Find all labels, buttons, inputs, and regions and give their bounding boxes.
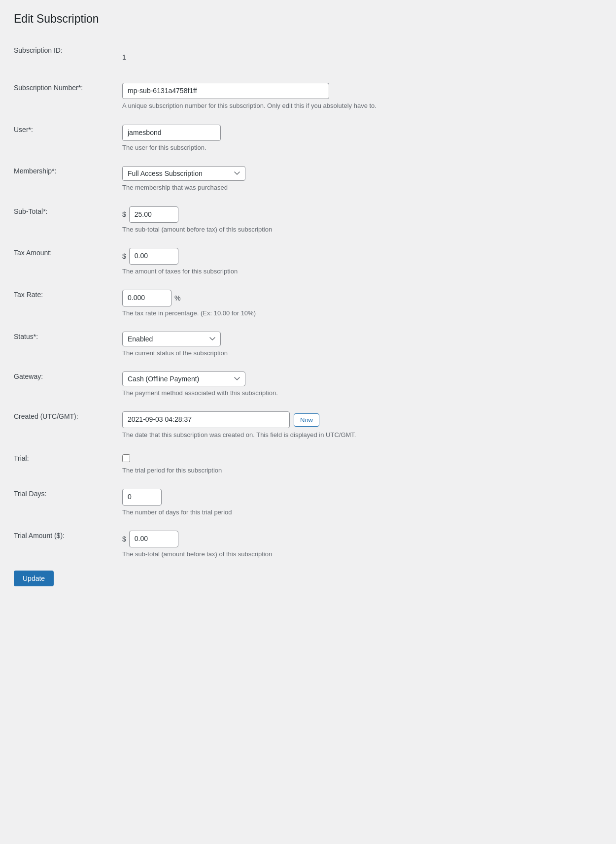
subscription-id-value: 1 (122, 45, 602, 69)
page-title: Edit Subscription (14, 12, 602, 27)
gateway-select[interactable]: Cash (Offline Payment) (122, 371, 245, 386)
trial-amount-row: Trial Amount ($): $ The sub-total (amoun… (14, 524, 602, 566)
tax-amount-input[interactable] (129, 248, 178, 265)
membership-label: Membership*: (14, 167, 56, 175)
trial-checkbox[interactable] (122, 454, 130, 462)
trial-amount-input[interactable] (129, 531, 178, 547)
tax-amount-description: The amount of taxes for this subscriptio… (122, 267, 602, 276)
created-label: Created (UTC/GMT): (14, 412, 78, 420)
tax-rate-description: The tax rate in percentage. (Ex: 10.00 f… (122, 309, 602, 318)
trial-row: Trial: The trial period for this subscri… (14, 446, 602, 482)
membership-select[interactable]: Full Access Subscription (122, 166, 245, 181)
gateway-description: The payment method associated with this … (122, 389, 602, 398)
tax-amount-wrap: $ (122, 248, 602, 265)
membership-row: Membership*: Full Access Subscription Th… (14, 159, 602, 199)
gateway-row: Gateway: Cash (Offline Payment) The paym… (14, 365, 602, 405)
edit-subscription-form: Subscription ID: 1 Subscription Number*:… (14, 38, 602, 566)
status-row: Status*: Enabled The current status of t… (14, 325, 602, 365)
trial-days-input[interactable] (122, 489, 162, 506)
tax-amount-currency: $ (122, 252, 126, 260)
subscription-number-row: Subscription Number*: A unique subscript… (14, 76, 602, 118)
trial-amount-description: The sub-total (amount before tax) of thi… (122, 550, 602, 559)
status-select[interactable]: Enabled (122, 332, 221, 346)
tax-rate-wrap: % (122, 290, 602, 306)
trial-days-description: The number of days for this trial period (122, 508, 602, 517)
subscription-id-label: Subscription ID: (14, 46, 63, 54)
tax-rate-unit: % (174, 294, 180, 302)
tax-rate-label: Tax Rate: (14, 291, 43, 299)
sub-total-wrap: $ (122, 206, 602, 223)
gateway-label: Gateway: (14, 372, 43, 380)
status-label: Status*: (14, 333, 38, 340)
subscription-number-description: A unique subscription number for this su… (122, 101, 602, 110)
user-row: User*: The user for this subscription. (14, 118, 602, 160)
subscription-number-label: Subscription Number*: (14, 84, 83, 92)
trial-days-label: Trial Days: (14, 490, 46, 498)
created-wrap: Now (122, 411, 602, 428)
trial-amount-currency: $ (122, 535, 126, 543)
user-description: The user for this subscription. (122, 143, 602, 152)
sub-total-input[interactable] (129, 206, 178, 223)
trial-days-row: Trial Days: The number of days for this … (14, 482, 602, 524)
created-description: The date that this subscription was crea… (122, 431, 602, 439)
trial-amount-label: Trial Amount ($): (14, 532, 65, 540)
tax-amount-row: Tax Amount: $ The amount of taxes for th… (14, 241, 602, 283)
sub-total-row: Sub-Total*: $ The sub-total (amount befo… (14, 200, 602, 241)
subscription-id-row: Subscription ID: 1 (14, 38, 602, 76)
trial-amount-wrap: $ (122, 531, 602, 547)
status-description: The current status of the subscription (122, 349, 602, 358)
now-button[interactable]: Now (294, 413, 319, 427)
sub-total-label: Sub-Total*: (14, 207, 47, 215)
update-button[interactable]: Update (14, 571, 54, 586)
trial-label: Trial: (14, 454, 29, 462)
user-label: User*: (14, 126, 33, 134)
membership-description: The membership that was purchased (122, 183, 602, 192)
created-row: Created (UTC/GMT): Now The date that thi… (14, 405, 602, 446)
tax-rate-row: Tax Rate: % The tax rate in percentage. … (14, 283, 602, 325)
sub-total-currency: $ (122, 210, 126, 218)
tax-rate-input[interactable] (122, 290, 171, 306)
tax-amount-label: Tax Amount: (14, 249, 52, 257)
sub-total-description: The sub-total (amount before tax) of thi… (122, 225, 602, 234)
user-input[interactable] (122, 125, 221, 141)
trial-description: The trial period for this subscription (122, 466, 602, 475)
created-input[interactable] (122, 411, 290, 428)
subscription-number-input[interactable] (122, 83, 329, 100)
